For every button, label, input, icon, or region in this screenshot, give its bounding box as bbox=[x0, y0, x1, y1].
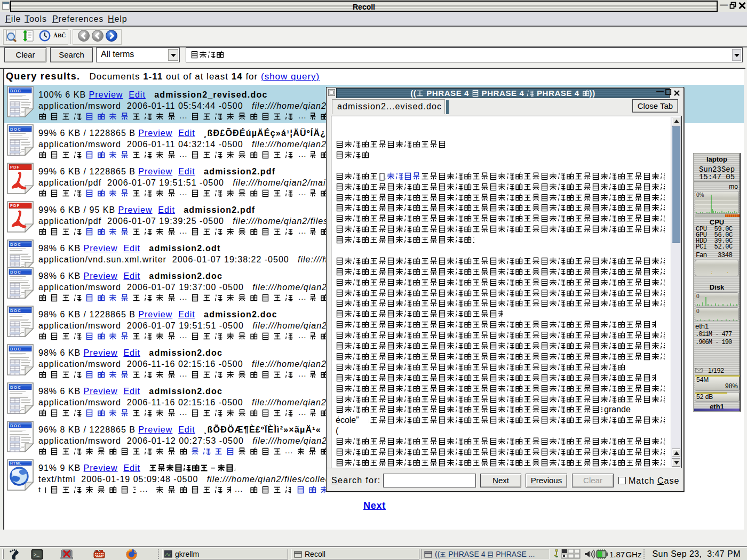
svg-text:>_: >_ bbox=[34, 553, 39, 558]
svg-text:...: ... bbox=[298, 189, 307, 197]
svg-text:...: ... bbox=[298, 370, 307, 378]
svg-text:école”: école” bbox=[336, 415, 359, 425]
svg-text:...: ... bbox=[179, 409, 188, 417]
svg-text:...: ... bbox=[140, 485, 148, 493]
svg-text:...: ... bbox=[235, 485, 243, 493]
svg-text:...: ... bbox=[179, 150, 188, 158]
svg-text:...: ... bbox=[179, 332, 188, 340]
svg-text:...: ... bbox=[298, 409, 307, 417]
svg-text:...: ... bbox=[298, 227, 307, 235]
svg-text:...: ... bbox=[285, 447, 293, 455]
svg-text:–: – bbox=[211, 463, 216, 472]
svg-text:0%: 0% bbox=[696, 192, 704, 198]
svg-text:...: ... bbox=[298, 293, 307, 301]
svg-text:...: ... bbox=[179, 112, 188, 120]
svg-text:t: t bbox=[38, 485, 41, 494]
svg-text:0: 0 bbox=[696, 308, 700, 314]
svg-text:...: ... bbox=[179, 293, 188, 301]
svg-text:...: ... bbox=[298, 332, 307, 340]
svg-text:...: ... bbox=[179, 189, 188, 197]
svg-text:...: ... bbox=[179, 227, 188, 235]
svg-text:...: ... bbox=[298, 112, 307, 120]
svg-text:(: ( bbox=[336, 426, 339, 435]
svg-text:grande: grande bbox=[604, 405, 631, 414]
svg-text:0: 0 bbox=[696, 293, 700, 299]
svg-text:...: ... bbox=[298, 150, 307, 158]
svg-text:...: ... bbox=[179, 370, 188, 378]
